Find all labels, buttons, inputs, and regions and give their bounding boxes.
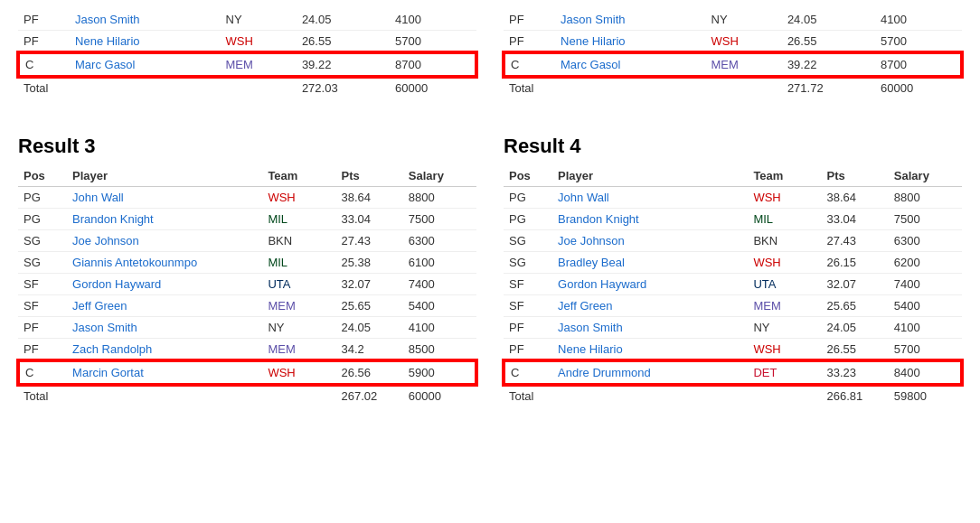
cell-pts: 24.05 bbox=[822, 317, 889, 339]
total-salary: 59800 bbox=[889, 385, 962, 406]
cell-team: NY bbox=[262, 317, 335, 339]
table-row: CMarc GasolMEM39.228700 bbox=[504, 52, 962, 77]
cell-pos: SF bbox=[504, 274, 552, 295]
cell-pts: 33.04 bbox=[336, 209, 403, 230]
result-3-block: Result 3 PosPlayerTeamPtsSalary PGJohn W… bbox=[18, 135, 476, 425]
total-pts: 272.03 bbox=[297, 77, 390, 98]
cell-pos: PG bbox=[504, 209, 552, 230]
table-row: SFJeff GreenMEM25.655400 bbox=[18, 295, 476, 317]
cell-team: NY bbox=[221, 9, 297, 31]
cell-salary: 7500 bbox=[889, 209, 962, 230]
cell-team: BKN bbox=[262, 230, 335, 252]
cell-pts: 34.2 bbox=[336, 339, 403, 360]
cell-pts: 27.43 bbox=[822, 230, 889, 252]
cell-player: Zach Randolph bbox=[67, 339, 262, 360]
total-pts: 266.81 bbox=[822, 385, 889, 406]
table-row: SFJeff GreenMEM25.655400 bbox=[504, 295, 962, 317]
cell-team: WSH bbox=[262, 360, 335, 385]
col-header-team: Team bbox=[748, 165, 821, 187]
cell-pos: SG bbox=[18, 252, 67, 274]
total-salary: 60000 bbox=[403, 385, 476, 406]
col-header-player: Player bbox=[552, 165, 748, 187]
table-row: SFGordon HaywardUTA32.077400 bbox=[18, 274, 476, 295]
cell-pts: 26.15 bbox=[822, 252, 889, 274]
cell-salary: 4100 bbox=[889, 317, 962, 339]
result-3-title: Result 3 bbox=[18, 135, 476, 158]
table-row: PGBrandon KnightMIL33.047500 bbox=[18, 209, 476, 230]
result-4-block: Result 4 PosPlayerTeamPtsSalary PGJohn W… bbox=[504, 135, 962, 425]
cell-pos: PF bbox=[18, 339, 67, 360]
cell-pts: 32.07 bbox=[336, 274, 403, 295]
cell-pos: SG bbox=[504, 230, 552, 252]
total-salary: 60000 bbox=[390, 77, 476, 98]
cell-player: Giannis Antetokounmpo bbox=[67, 252, 262, 274]
cell-salary: 8500 bbox=[403, 339, 476, 360]
cell-pos: PF bbox=[18, 9, 70, 31]
cell-player: Jason Smith bbox=[70, 9, 220, 31]
table-row: SFGordon HaywardUTA32.077400 bbox=[504, 274, 962, 295]
total-row: Total271.7260000 bbox=[504, 77, 962, 98]
cell-player: Jeff Green bbox=[67, 295, 262, 317]
cell-salary: 8700 bbox=[390, 52, 476, 77]
col-header-team: Team bbox=[262, 165, 335, 187]
cell-pts: 39.22 bbox=[297, 52, 390, 77]
cell-salary: 4100 bbox=[403, 317, 476, 339]
table-row: PGJohn WallWSH38.648800 bbox=[18, 187, 476, 209]
top-result-1: PFJason SmithNY24.054100PFNene HilarioWS… bbox=[18, 9, 476, 117]
cell-player: Jason Smith bbox=[67, 317, 262, 339]
cell-pos: PF bbox=[18, 31, 70, 52]
cell-pos: C bbox=[504, 360, 552, 385]
cell-player: Jeff Green bbox=[552, 295, 748, 317]
cell-player: Jason Smith bbox=[555, 9, 705, 31]
cell-pts: 33.23 bbox=[822, 360, 889, 385]
cell-salary: 5700 bbox=[390, 31, 476, 52]
cell-pos: SF bbox=[504, 295, 552, 317]
cell-team: WSH bbox=[262, 187, 335, 209]
cell-pos: PF bbox=[504, 31, 555, 52]
total-pts: 267.02 bbox=[336, 385, 403, 406]
cell-player: Marc Gasol bbox=[555, 52, 705, 77]
cell-pos: PF bbox=[504, 339, 552, 360]
total-salary: 60000 bbox=[875, 77, 962, 98]
total-label: Total bbox=[18, 77, 297, 98]
cell-salary: 6200 bbox=[889, 252, 962, 274]
cell-team: MIL bbox=[748, 209, 821, 230]
table-row: CMarc GasolMEM39.228700 bbox=[18, 52, 476, 77]
cell-player: Marc Gasol bbox=[70, 52, 220, 77]
table-row: PFJason SmithNY24.054100 bbox=[18, 9, 476, 31]
cell-salary: 5400 bbox=[889, 295, 962, 317]
cell-player: Joe Johnson bbox=[552, 230, 748, 252]
cell-team: WSH bbox=[748, 252, 821, 274]
cell-pos: PF bbox=[504, 9, 555, 31]
cell-pos: C bbox=[18, 360, 67, 385]
cell-salary: 7400 bbox=[889, 274, 962, 295]
table-row: PFJason SmithNY24.054100 bbox=[504, 317, 962, 339]
cell-pts: 38.64 bbox=[822, 187, 889, 209]
cell-pos: SF bbox=[18, 274, 67, 295]
total-label: Total bbox=[18, 385, 336, 406]
cell-player: Andre Drummond bbox=[552, 360, 748, 385]
cell-salary: 8800 bbox=[403, 187, 476, 209]
cell-player: Nene Hilario bbox=[70, 31, 220, 52]
table-row: PGJohn WallWSH38.648800 bbox=[504, 187, 962, 209]
table-row: PFJason SmithNY24.054100 bbox=[18, 317, 476, 339]
table-row: SGJoe JohnsonBKN27.436300 bbox=[18, 230, 476, 252]
cell-team: MEM bbox=[262, 339, 335, 360]
top-results-container: PFJason SmithNY24.054100PFNene HilarioWS… bbox=[18, 9, 962, 117]
cell-pos: PG bbox=[504, 187, 552, 209]
cell-pos: PF bbox=[504, 317, 552, 339]
cell-salary: 6300 bbox=[889, 230, 962, 252]
cell-team: MEM bbox=[748, 295, 821, 317]
table-row: CMarcin GortatWSH26.565900 bbox=[18, 360, 476, 385]
cell-player: Nene Hilario bbox=[555, 31, 705, 52]
total-label: Total bbox=[504, 385, 822, 406]
cell-player: Gordon Hayward bbox=[552, 274, 748, 295]
cell-pts: 24.05 bbox=[297, 9, 390, 31]
table-row: CAndre DrummondDET33.238400 bbox=[504, 360, 962, 385]
cell-team: UTA bbox=[262, 274, 335, 295]
cell-team: WSH bbox=[221, 31, 297, 52]
cell-player: Brandon Knight bbox=[67, 209, 262, 230]
col-header-salary: Salary bbox=[889, 165, 962, 187]
cell-salary: 7500 bbox=[403, 209, 476, 230]
cell-pts: 26.56 bbox=[336, 360, 403, 385]
